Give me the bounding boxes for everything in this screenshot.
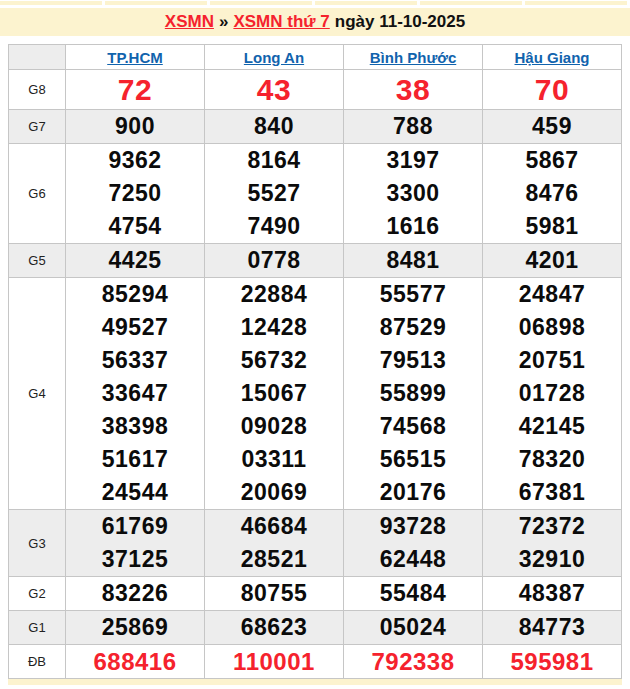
result-cell: 83226 [66,577,205,611]
result-number: 0778 [205,244,343,277]
result-number: 4425 [66,244,204,277]
result-number: 15067 [205,377,343,410]
prize-label: G4 [9,278,66,510]
result-cell: 48387 [483,577,622,611]
draw-date-text: ngày 11-10-2025 [335,12,465,31]
result-number: 01728 [483,377,621,410]
prize-label: G7 [9,110,66,144]
title-bar: XSMN»XSMN thứ 7ngày 11-10-2025 [0,8,630,36]
result-cell: 8481 [344,244,483,278]
prize-label: G5 [9,244,66,278]
result-cell: 900 [66,110,205,144]
result-cell: 9372862448 [344,510,483,577]
result-number: 49527 [66,311,204,344]
result-number: 7490 [205,210,343,243]
column-header-1: Long An [205,45,344,70]
result-number: 62448 [344,543,482,576]
page-title-link[interactable]: XSMN thứ 7 [233,12,329,31]
result-number: 87529 [344,311,482,344]
result-cell: 24847068982075101728421457832067381 [483,278,622,510]
result-number: 900 [66,110,204,143]
result-cell: 80755 [205,577,344,611]
column-header-3: Hậu Giang [483,45,622,70]
result-number: 38398 [66,410,204,443]
result-cell: 38 [344,70,483,110]
result-number: 12428 [205,311,343,344]
prize-label: G2 [9,577,66,611]
result-number: 459 [483,110,621,143]
result-number: 85294 [66,278,204,311]
column-header-2: Bình Phước [344,45,483,70]
results-table-body: G872433870G7900840788459G693627250475481… [9,70,622,679]
results-table: TP.HCMLong AnBình PhướcHậu Giang G872433… [8,44,622,679]
result-number: 792338 [344,645,482,678]
result-number: 68623 [205,611,343,644]
result-number: 80755 [205,577,343,610]
result-cell: 6176937125 [66,510,205,577]
result-cell: 4201 [483,244,622,278]
prize-label: G3 [9,510,66,577]
result-number: 22884 [205,278,343,311]
result-cell: 459 [483,110,622,144]
result-cell: 319733001616 [344,144,483,244]
prize-row-G8: G872433870 [9,70,622,110]
province-link-3[interactable]: Hậu Giang [514,49,589,66]
result-number: 61769 [66,510,204,543]
result-number: 5981 [483,210,621,243]
result-cell: 55577875297951355899745685651520176 [344,278,483,510]
result-number: 43 [205,70,343,109]
bottom-section-edge [8,679,622,685]
result-number: 93728 [344,510,482,543]
result-number: 78320 [483,443,621,476]
result-cell: 70 [483,70,622,110]
result-number: 56732 [205,344,343,377]
result-number: 51617 [66,443,204,476]
prize-row-G4: G485294495275633733647383985161724544228… [9,278,622,510]
result-number: 5527 [205,177,343,210]
result-number: 48387 [483,577,621,610]
result-cell: 84773 [483,611,622,645]
result-number: 84773 [483,611,621,644]
result-number: 9362 [66,144,204,177]
result-number: 788 [344,110,482,143]
result-number: 110001 [205,645,343,678]
province-link-2[interactable]: Bình Phước [370,49,457,66]
result-number: 8481 [344,244,482,277]
result-cell: 595981 [483,645,622,679]
corner-cell [9,45,66,70]
result-number: 20176 [344,476,482,509]
breadcrumb-separator: » [219,12,228,31]
result-cell: 55484 [344,577,483,611]
result-number: 55484 [344,577,482,610]
result-cell: 4668428521 [205,510,344,577]
result-cell: 110001 [205,645,344,679]
result-cell: 25869 [66,611,205,645]
result-number: 05024 [344,611,482,644]
result-cell: 936272504754 [66,144,205,244]
prize-row-G5: G54425077884814201 [9,244,622,278]
result-number: 70 [483,70,621,109]
result-cell: 22884124285673215067090280331120069 [205,278,344,510]
result-number: 42145 [483,410,621,443]
breadcrumb-xsmn-link[interactable]: XSMN [165,12,214,31]
prize-label: G8 [9,70,66,110]
province-link-0[interactable]: TP.HCM [107,49,163,66]
result-number: 37125 [66,543,204,576]
result-number: 67381 [483,476,621,509]
result-cell: 816455277490 [205,144,344,244]
prize-row-ĐB: ĐB688416110001792338595981 [9,645,622,679]
result-number: 74568 [344,410,482,443]
result-number: 4754 [66,210,204,243]
prize-row-G7: G7900840788459 [9,110,622,144]
result-number: 840 [205,110,343,143]
result-cell: 4425 [66,244,205,278]
result-cell: 43 [205,70,344,110]
prize-row-G1: G125869686230502484773 [9,611,622,645]
result-number: 03311 [205,443,343,476]
result-number: 4201 [483,244,621,277]
province-link-1[interactable]: Long An [244,49,304,66]
result-cell: 05024 [344,611,483,645]
result-cell: 72 [66,70,205,110]
result-number: 688416 [66,645,204,678]
result-number: 7250 [66,177,204,210]
